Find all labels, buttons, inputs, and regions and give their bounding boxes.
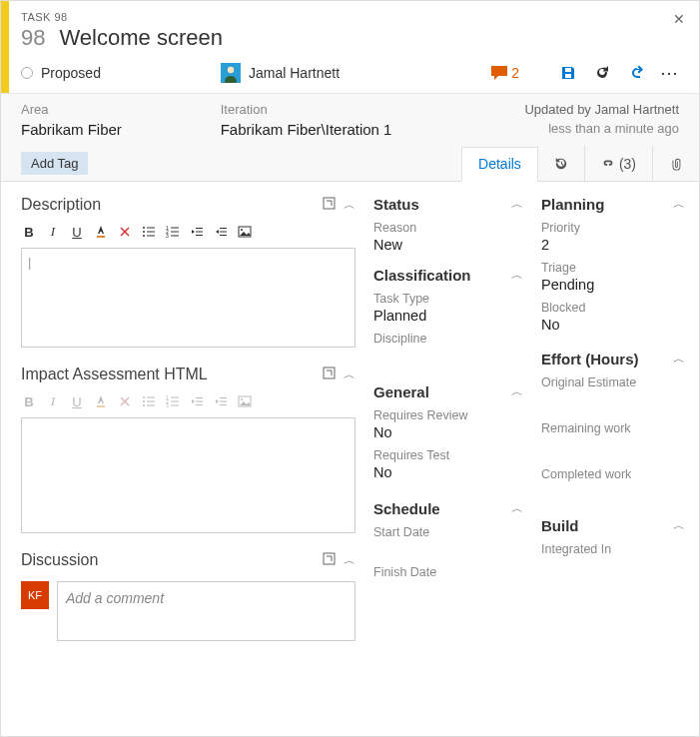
tab-history[interactable]: [537, 146, 584, 181]
reqtest-value[interactable]: No: [373, 464, 523, 480]
priority-label: Priority: [541, 221, 685, 235]
collapse-icon[interactable]: ︿: [344, 197, 355, 214]
bullets-button[interactable]: [141, 224, 157, 240]
tags-area: Add Tag: [1, 146, 461, 181]
close-icon[interactable]: ✕: [673, 11, 685, 27]
underline-button[interactable]: U: [69, 224, 85, 240]
impact-toolbar: B I U 123: [21, 389, 355, 413]
outdent-button[interactable]: [189, 393, 205, 409]
image-button[interactable]: [237, 393, 253, 409]
svg-rect-38: [196, 404, 203, 405]
italic-button[interactable]: I: [45, 224, 61, 240]
completed-label: Completed work: [541, 467, 685, 481]
collapse-icon[interactable]: ︿: [673, 351, 685, 368]
collapse-icon[interactable]: ︿: [511, 267, 523, 284]
refresh-icon[interactable]: [593, 64, 611, 82]
triage-label: Triage: [541, 261, 685, 275]
svg-rect-2: [324, 198, 335, 209]
outdent-button[interactable]: [189, 224, 205, 240]
task-title[interactable]: Welcome screen: [59, 25, 222, 51]
undo-icon[interactable]: [627, 64, 645, 82]
build-title: Build: [541, 517, 579, 534]
svg-point-24: [143, 396, 145, 398]
discipline-label: Discipline: [373, 332, 523, 346]
indent-button[interactable]: [213, 393, 229, 409]
origest-value[interactable]: [541, 391, 685, 407]
svg-point-1: [228, 67, 234, 73]
svg-rect-23: [324, 368, 335, 378]
font-color-button[interactable]: [93, 393, 109, 409]
svg-rect-16: [196, 232, 203, 233]
collapse-icon[interactable]: ︿: [673, 517, 685, 534]
impact-editor[interactable]: [21, 417, 355, 533]
link-icon: [601, 157, 615, 171]
collapse-icon[interactable]: ︿: [344, 367, 355, 383]
bold-button[interactable]: B: [21, 224, 37, 240]
completed-value[interactable]: [541, 483, 685, 499]
reqreview-value[interactable]: No: [373, 424, 523, 440]
tab-links[interactable]: (3): [584, 146, 652, 181]
collapse-icon[interactable]: ︿: [344, 552, 355, 569]
comment-count: 2: [511, 65, 519, 81]
description-editor[interactable]: |: [21, 248, 355, 348]
image-button[interactable]: [237, 224, 253, 240]
bold-button[interactable]: B: [21, 393, 37, 409]
discussion-avatar: KF: [21, 581, 49, 609]
indent-button[interactable]: [213, 224, 229, 240]
svg-point-43: [241, 398, 243, 400]
tab-details[interactable]: Details: [461, 147, 537, 182]
svg-point-5: [143, 231, 145, 233]
reason-value[interactable]: New: [373, 237, 523, 253]
reason-label: Reason: [373, 221, 523, 235]
area-field[interactable]: Area Fabrikam Fiber: [21, 102, 221, 138]
mid-column: Status︿ Reason New Classification︿ Task …: [373, 196, 523, 722]
schedule-title: Schedule: [373, 500, 440, 517]
font-color-button[interactable]: [93, 224, 109, 240]
clear-format-button[interactable]: [117, 393, 133, 409]
iteration-field[interactable]: Iteration Fabrikam Fiber\Iteration 1: [221, 102, 420, 138]
collapse-icon[interactable]: ︿: [511, 383, 523, 400]
bullets-button[interactable]: [141, 393, 157, 409]
svg-point-22: [241, 229, 243, 231]
underline-button[interactable]: U: [69, 393, 85, 409]
collapse-icon[interactable]: ︿: [511, 196, 523, 213]
discipline-value[interactable]: [373, 348, 523, 364]
state-field[interactable]: Proposed: [21, 65, 221, 81]
collapse-icon[interactable]: ︿: [673, 196, 685, 213]
fullscreen-icon[interactable]: [323, 197, 336, 213]
svg-point-7: [143, 235, 145, 237]
fullscreen-icon[interactable]: [323, 367, 336, 382]
blocked-value[interactable]: No: [541, 317, 685, 333]
svg-point-26: [143, 400, 145, 402]
collapse-icon[interactable]: ︿: [511, 500, 523, 517]
attachment-icon: [669, 157, 683, 171]
remaining-value[interactable]: [541, 437, 685, 453]
startdate-value[interactable]: [373, 541, 523, 557]
italic-button[interactable]: I: [45, 393, 61, 409]
svg-rect-29: [147, 405, 155, 406]
tasktype-value[interactable]: Planned: [373, 308, 523, 324]
add-tag-button[interactable]: Add Tag: [21, 152, 88, 175]
numbers-button[interactable]: 123: [165, 224, 181, 240]
iteration-value: Fabrikam Fiber\Iteration 1: [221, 121, 420, 138]
fullscreen-icon[interactable]: [323, 552, 336, 568]
tags-tabs-row: Add Tag Details (3): [1, 146, 699, 182]
svg-rect-15: [196, 228, 203, 229]
svg-rect-41: [220, 404, 227, 405]
comment-input[interactable]: Add a comment: [57, 581, 355, 641]
svg-rect-27: [147, 401, 155, 402]
assignee-field[interactable]: Jamal Hartnett: [221, 63, 491, 83]
task-id: 98: [21, 25, 45, 51]
save-icon[interactable]: [559, 64, 577, 82]
state-value: Proposed: [41, 65, 101, 81]
numbers-button[interactable]: 123: [165, 393, 181, 409]
triage-value[interactable]: Pending: [541, 277, 685, 293]
svg-rect-14: [171, 236, 179, 237]
comments-indicator[interactable]: 2: [491, 65, 519, 81]
svg-rect-31: [171, 397, 179, 398]
more-actions-icon[interactable]: ⋯: [661, 64, 679, 82]
clear-format-button[interactable]: [117, 224, 133, 240]
tab-attachments[interactable]: [652, 146, 699, 181]
priority-value[interactable]: 2: [541, 237, 685, 253]
svg-text:3: 3: [166, 402, 169, 408]
